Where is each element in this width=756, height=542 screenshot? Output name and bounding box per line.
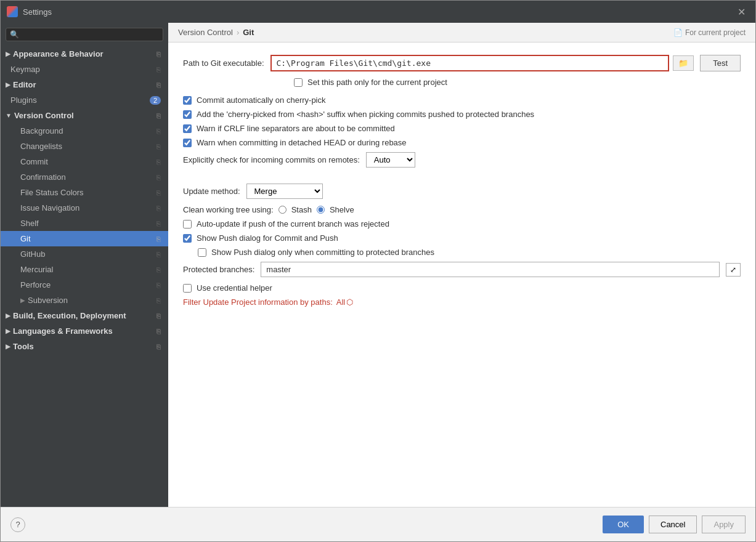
copy-icon: ⎘ [156, 127, 161, 135]
checkbox-row-6: Show Push dialog for Commit and Push [183, 233, 741, 243]
auto-update-checkbox[interactable] [183, 220, 192, 229]
credential-helper-checkbox[interactable] [183, 284, 192, 293]
sidebar-item-tools[interactable]: ▶ Tools ⎘ [1, 339, 168, 354]
sidebar-item-github[interactable]: GitHub ⎘ [1, 246, 168, 262]
checkbox-row-8: Use credential helper [183, 283, 741, 293]
main-content: 🔍 ▶ Appearance & Behavior ⎘ Keymap ⎘ ▶ E… [1, 23, 755, 507]
plugins-badge: 2 [150, 96, 161, 105]
copy-icon: ⎘ [156, 189, 161, 196]
breadcrumb: Version Control › Git 📄 For current proj… [168, 23, 755, 42]
sidebar-item-label: GitHub [20, 249, 45, 259]
arrow-icon: ▶ [6, 328, 10, 334]
copy-icon: ⎘ [156, 51, 161, 58]
sidebar-item-subversion[interactable]: ▶ Subversion ⎘ [1, 293, 168, 308]
sidebar-item-commit[interactable]: Commit ⎘ [1, 154, 168, 169]
path-row: Path to Git executable: 📁 Test [183, 55, 741, 71]
filter-row: Filter Update Project information by pat… [183, 297, 741, 307]
sidebar-item-languages[interactable]: ▶ Languages & Frameworks ⎘ [1, 323, 168, 339]
bottom-bar-right: OK Cancel Apply [603, 516, 746, 533]
search-input[interactable] [22, 30, 159, 39]
incoming-select[interactable]: Auto Never Always [366, 152, 415, 168]
sidebar-item-label: Shelf [20, 219, 39, 228]
filter-value[interactable]: All ⬡ [336, 297, 353, 307]
breadcrumb-part1: Version Control [178, 28, 233, 37]
test-button[interactable]: Test [700, 55, 741, 71]
sidebar-item-label: Background [20, 126, 63, 136]
sidebar-item-label: Git [20, 234, 31, 243]
crlf-checkbox[interactable] [183, 124, 192, 133]
update-method-row: Update method: Merge Rebase Branch Defau… [183, 184, 741, 199]
detached-head-checkbox[interactable] [183, 139, 192, 147]
apply-button[interactable]: Apply [702, 516, 746, 533]
sidebar-item-label: Build, Execution, Deployment [13, 311, 126, 320]
checkbox-row-4: Warn when committing in detached HEAD or… [183, 138, 741, 147]
sidebar-item-background[interactable]: Background ⎘ [1, 123, 168, 139]
protected-input[interactable] [261, 262, 720, 277]
sidebar-item-appearance[interactable]: ▶ Appearance & Behavior ⎘ [1, 46, 168, 62]
copy-icon: ⎘ [156, 174, 161, 181]
filter-dropdown-icon: ⬡ [346, 297, 353, 307]
detached-head-label: Warn when committing in detached HEAD or… [197, 138, 407, 147]
sidebar-item-keymap[interactable]: Keymap ⎘ [1, 62, 168, 77]
protected-push-dialog-checkbox[interactable] [198, 248, 206, 257]
cherry-pick-checkbox[interactable] [183, 96, 192, 105]
cherry-picked-suffix-label: Add the 'cherry-picked from <hash>' suff… [197, 110, 534, 119]
shelve-radio[interactable] [317, 206, 325, 214]
copy-icon: ⎘ [156, 112, 161, 119]
ok-button[interactable]: OK [603, 516, 644, 533]
sidebar-item-label: Plugins [10, 95, 37, 105]
shelve-label: Shelve [330, 205, 354, 214]
checkbox-row-5: Auto-update if push of the current branc… [183, 219, 741, 229]
title-bar-left: Settings [7, 6, 52, 17]
sidebar-item-changelists[interactable]: Changelists ⎘ [1, 139, 168, 154]
sidebar-item-issue-navigation[interactable]: Issue Navigation ⎘ [1, 200, 168, 216]
arrow-icon: ▶ [6, 343, 10, 350]
checkbox-row-1: Commit automatically on cherry-pick [183, 95, 741, 105]
copy-icon: ⎘ [156, 297, 161, 304]
arrow-icon: ▶ [20, 297, 25, 304]
sidebar-item-label: Issue Navigation [20, 203, 79, 212]
auto-update-label: Auto-update if push of the current branc… [197, 219, 389, 229]
protected-push-dialog-label: Show Push dialog only when committing to… [211, 248, 434, 257]
update-method-select[interactable]: Merge Rebase Branch Default [246, 184, 323, 199]
close-button[interactable]: ✕ [734, 5, 749, 19]
set-path-checkbox[interactable] [294, 78, 303, 87]
sidebar-item-label: Editor [13, 80, 36, 89]
sidebar-item-git[interactable]: Git ⎘ [1, 231, 168, 246]
checkbox-row-7: Show Push dialog only when committing to… [183, 248, 741, 257]
sidebar-item-editor[interactable]: ▶ Editor ⎘ [1, 77, 168, 92]
protected-branches-row: Protected branches: ⤢ [183, 262, 741, 277]
copy-icon: ⎘ [156, 220, 161, 227]
cancel-button[interactable]: Cancel [649, 516, 697, 533]
set-path-row: Set this path only for the current proje… [183, 78, 741, 87]
expand-button[interactable]: ⤢ [726, 263, 741, 277]
sidebar-item-plugins[interactable]: Plugins 2 [1, 92, 168, 108]
arrow-icon: ▶ [6, 81, 10, 88]
path-input[interactable] [270, 55, 670, 71]
sidebar-item-confirmation[interactable]: Confirmation ⎘ [1, 169, 168, 185]
sidebar-item-label: Languages & Frameworks [13, 326, 113, 336]
show-push-dialog-checkbox[interactable] [183, 234, 192, 243]
browse-button[interactable]: 📁 [673, 55, 694, 71]
copy-icon: ⎘ [156, 81, 161, 89]
copy-icon: ⎘ [156, 66, 161, 73]
settings-body: Path to Git executable: 📁 Test Set this … [168, 42, 755, 507]
sidebar-item-shelf[interactable]: Shelf ⎘ [1, 216, 168, 231]
copy-icon: ⎘ [156, 312, 161, 320]
set-path-label: Set this path only for the current proje… [307, 78, 447, 87]
sidebar-item-file-status-colors[interactable]: File Status Colors ⎘ [1, 185, 168, 200]
sidebar-item-label: File Status Colors [20, 188, 84, 197]
window-title: Settings [23, 7, 52, 17]
sidebar-item-label: Mercurial [20, 265, 53, 274]
help-button[interactable]: ? [10, 517, 25, 532]
cherry-picked-suffix-checkbox[interactable] [183, 110, 192, 119]
search-box[interactable]: 🔍 [6, 28, 163, 41]
copy-icon: ⎘ [156, 251, 161, 258]
incoming-label: Explicitly check for incoming commits on… [183, 155, 360, 164]
sidebar-item-perforce[interactable]: Perforce ⎘ [1, 277, 168, 293]
sidebar-item-mercurial[interactable]: Mercurial ⎘ [1, 262, 168, 277]
title-bar: Settings ✕ [1, 1, 755, 23]
stash-radio[interactable] [278, 206, 287, 214]
sidebar-item-version-control[interactable]: ▼ Version Control ⎘ [1, 108, 168, 123]
sidebar-item-build[interactable]: ▶ Build, Execution, Deployment ⎘ [1, 308, 168, 323]
